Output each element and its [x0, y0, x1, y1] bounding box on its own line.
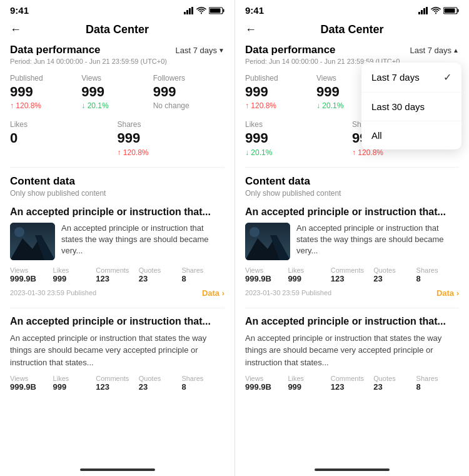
stat-likes-post2-left: Likes 999 [53, 375, 96, 392]
left-panel: 9:41 ← Data Center [0, 0, 234, 476]
divider-left [10, 167, 224, 168]
stat-likes-post1-right: Likes 999 [288, 266, 330, 283]
content-left: Data performance Last 7 days ▼ Period: J… [0, 44, 234, 465]
post-thumb-1-left [10, 223, 55, 260]
divider-right [245, 167, 459, 168]
post-body-1-left: An accepted principle or instruction tha… [10, 223, 224, 260]
period-selector-right[interactable]: Last 7 days ▲ [410, 46, 459, 55]
content-data-title-left: Content data [10, 175, 224, 188]
stat-shares-post1-left: Shares 8 [181, 266, 224, 283]
post-footer-1-right: 2023-01-30 23:59 Published Data › [245, 288, 459, 298]
performance-title-right: Data performance [245, 44, 336, 56]
checkmark-icon: ✓ [443, 71, 451, 83]
dropdown-all-label: All [371, 130, 382, 141]
stat-quotes-post1-left: Quotes 23 [139, 266, 182, 283]
stat-shares-post2-right: Shares 8 [416, 375, 459, 392]
svg-point-10 [14, 227, 24, 237]
stat-shares-post1-right: Shares 8 [416, 266, 459, 283]
post-stats-1-right: Views 999.9B Likes 999 Comments 123 Quot… [245, 266, 459, 283]
post-title-1-left: An accepted principle or instruction tha… [10, 206, 224, 218]
svg-rect-5 [223, 9, 224, 12]
back-button-left[interactable]: ← [10, 23, 21, 36]
post-text-2-left: An accepted principle or instruction tha… [10, 332, 224, 369]
stat-followers-left: Followers 999 No change [153, 74, 224, 110]
wifi-icon-right [431, 7, 441, 14]
post-text-1-left: An accepted principle or instruction tha… [61, 223, 224, 260]
dropdown-all[interactable]: All [361, 121, 461, 149]
post-footer-1-left: 2023-01-30 23:59 Published Data › [10, 288, 224, 298]
performance-header-right: Data performance Last 7 days ▲ [245, 44, 459, 56]
stat-likes-post1-left: Likes 999 [53, 266, 96, 283]
post-card-1-right: An accepted principle or instruction tha… [245, 206, 459, 298]
post-card-2-right: An accepted principle or instruction tha… [245, 316, 459, 392]
post-title-2-left: An accepted principle or instruction tha… [10, 316, 224, 327]
wifi-icon [196, 7, 206, 14]
stat-likes-post2-right: Likes 999 [288, 375, 330, 392]
svg-rect-16 [458, 9, 459, 12]
signal-icon [184, 7, 194, 14]
header-right: ← Data Center [235, 18, 469, 44]
svg-point-21 [250, 227, 260, 237]
stat-published-right: Published 999 ↑ 120.8% [245, 74, 316, 110]
mountain-svg [10, 223, 55, 260]
divider2-right [245, 308, 459, 308]
dropdown-last7[interactable]: Last 7 days ✓ [361, 63, 461, 93]
back-button-right[interactable]: ← [245, 23, 256, 36]
period-text-left: Period: Jun 14 00:00:00 - Jun 21 23:59:5… [10, 58, 224, 65]
stat-views-left: Views 999 ↓ 20.1% [81, 74, 153, 110]
svg-rect-1 [186, 10, 188, 14]
divider2-left [10, 308, 224, 308]
stats-grid-left: Published 999 ↑ 120.8% Views 999 ↓ 20.1%… [10, 74, 224, 110]
stat-shares-post2-left: Shares 8 [181, 375, 224, 392]
battery-icon-right [443, 7, 459, 14]
status-bar-left: 9:41 [0, 0, 234, 18]
stat-views-post2-left: Views 999.9B [10, 375, 53, 392]
stat-comments-post2-right: Comments 123 [331, 375, 373, 392]
svg-rect-13 [423, 8, 425, 14]
stat-comments-post1-right: Comments 123 [331, 266, 373, 283]
stats-row2-left: Likes 0 Shares 999 ↑ 120.8% [10, 120, 224, 156]
stat-likes-left: Likes 0 [10, 120, 118, 156]
status-time-left: 9:41 [10, 5, 29, 16]
home-indicator-left [80, 468, 155, 471]
post-stats-2-right: Views 999.9B Likes 999 Comments 123 Quot… [245, 375, 459, 392]
period-selector-left[interactable]: Last 7 days ▼ [176, 46, 224, 55]
post-stats-1-left: Views 999.9B Likes 999 Comments 123 Quot… [10, 266, 224, 283]
status-bar-right: 9:41 [235, 0, 469, 18]
svg-rect-6 [210, 8, 221, 13]
svg-rect-0 [184, 12, 186, 14]
post-text-2-right: An accepted principle or instruction tha… [245, 332, 459, 369]
post-stats-2-left: Views 999.9B Likes 999 Comments 123 Quot… [10, 375, 224, 392]
content-data-title-right: Content data [245, 175, 459, 188]
content-data-sub-left: Only show published content [10, 189, 224, 198]
right-panel: 9:41 ← Data Center [234, 0, 469, 476]
stat-quotes-post2-right: Quotes 23 [373, 375, 416, 392]
header-left: ← Data Center [0, 18, 234, 44]
dropdown-last30-label: Last 30 days [371, 101, 425, 112]
status-icons-right [418, 7, 459, 14]
post-text-1-right: An accepted principle or instruction tha… [296, 223, 459, 260]
status-icons-left [184, 7, 224, 14]
stat-comments-post1-left: Comments 123 [96, 266, 139, 283]
data-link-1-right[interactable]: Data › [436, 288, 459, 298]
dropdown-last30[interactable]: Last 30 days [361, 93, 461, 121]
data-link-1-left[interactable]: Data › [202, 288, 224, 298]
stat-views-post1-left: Views 999.9B [10, 266, 53, 283]
post-body-1-right: An accepted principle or instruction tha… [245, 223, 459, 260]
stat-quotes-post1-right: Quotes 23 [373, 266, 416, 283]
page-title-right: Data Center [261, 23, 443, 36]
content-data-sub-right: Only show published content [245, 189, 459, 198]
stat-shares-left: Shares 999 ↑ 120.8% [118, 120, 225, 156]
post-date-1-right: 2023-01-30 23:59 Published [245, 289, 331, 296]
stat-quotes-post2-left: Quotes 23 [139, 375, 182, 392]
svg-rect-12 [421, 10, 423, 14]
svg-rect-2 [189, 8, 191, 14]
svg-rect-17 [445, 8, 455, 13]
battery-icon [209, 7, 224, 14]
svg-rect-11 [418, 12, 420, 14]
post-title-1-right: An accepted principle or instruction tha… [245, 206, 459, 218]
period-arrow-left: ▼ [218, 47, 224, 54]
status-time-right: 9:41 [245, 5, 264, 16]
post-title-2-right: An accepted principle or instruction tha… [245, 316, 459, 327]
stat-published-left: Published 999 ↑ 120.8% [10, 74, 81, 110]
